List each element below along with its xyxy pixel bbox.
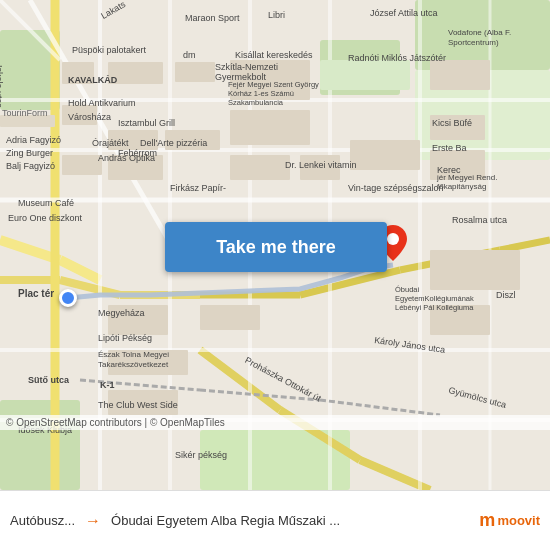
- label-vodafone: Vodafone (Alba F.: [448, 28, 511, 37]
- svg-rect-40: [175, 62, 215, 82]
- label-kisallat: Kisállat kereskedés: [235, 50, 313, 60]
- label-fejer: Fejér Megyei Szent György: [228, 80, 319, 89]
- svg-rect-46: [230, 110, 310, 145]
- label-adria: Adria Fagyizó: [6, 135, 61, 145]
- label-eszak2: Takarékszövetkezet: [98, 360, 168, 369]
- svg-point-60: [387, 233, 399, 245]
- label-isztambul: Isztambul Grill: [118, 118, 175, 128]
- label-iskola: Iskola utca: [0, 65, 4, 108]
- label-museum: Museum Café: [18, 198, 74, 208]
- label-obuda3: Lébényi Pál Kollégiuma: [395, 303, 473, 312]
- label-vodafone2: Sportcentrum): [448, 38, 499, 47]
- label-radnoti: Radnóti Miklós Játszótér: [348, 53, 446, 63]
- label-dm: dm: [183, 50, 196, 60]
- label-varoshaza: Városháza: [68, 112, 111, 122]
- arrow-icon: →: [85, 512, 101, 530]
- label-zing: Zing Burger: [6, 148, 53, 158]
- label-euro: Euro One diszkont: [8, 213, 82, 223]
- label-andras: András Optika: [98, 153, 155, 163]
- label-jer: jér Megyei Rend.: [437, 173, 497, 182]
- label-szkitla: Szkítla-Nemzeti: [215, 62, 278, 72]
- label-ora: Órajátékt: [92, 138, 129, 148]
- label-fejer2: Kórház 1-es Számú: [228, 89, 294, 98]
- from-text: Autóbusz...: [10, 513, 75, 528]
- origin-marker: [59, 289, 77, 307]
- copyright-text: © OpenStreetMap contributors | © OpenMap…: [6, 417, 225, 428]
- label-lipoti: Lipóti Pékség: [98, 333, 152, 343]
- label-obuda: Óbudai: [395, 285, 419, 294]
- label-jer2: főkapitányság: [437, 182, 486, 191]
- label-erste: Erste Ba: [432, 143, 467, 153]
- svg-rect-49: [430, 60, 490, 90]
- label-maraton: Maraon Sport: [185, 13, 240, 23]
- label-balj: Balj Fagyizó: [6, 161, 55, 171]
- svg-rect-58: [430, 250, 520, 290]
- bottom-from: Autóbusz... → Óbudai Egyetem Alba Regia …: [10, 512, 471, 530]
- bottom-bar: Autóbusz... → Óbudai Egyetem Alba Regia …: [0, 490, 550, 550]
- moovit-brand: moovit: [497, 513, 540, 528]
- svg-rect-57: [200, 305, 260, 330]
- label-fejer3: Szakambulancia: [228, 98, 283, 107]
- label-suto: Sütő utca: [28, 375, 69, 385]
- label-placter: Plac tér: [18, 288, 54, 299]
- label-firkasz: Firkász Papír-: [170, 183, 226, 193]
- svg-rect-48: [320, 60, 410, 90]
- label-club: The Club West Side: [98, 400, 178, 410]
- svg-rect-5: [0, 400, 80, 490]
- label-puspoki: Püspöki palotakert: [72, 45, 146, 55]
- label-hold: Hold Antikvarium: [68, 98, 136, 108]
- svg-rect-52: [350, 140, 420, 170]
- moovit-m-icon: m: [479, 510, 495, 531]
- label-kavalkad: KAVALKÁD: [68, 75, 117, 85]
- label-kicsi: Kicsi Büfé: [432, 118, 472, 128]
- label-jozsef: József Attila utca: [370, 8, 438, 18]
- label-k1: K-1: [100, 380, 115, 390]
- label-diszl: Diszl: [496, 290, 516, 300]
- label-eszak: Észak Tolna Megyei: [98, 350, 169, 359]
- label-megyehaza: Megyeháza: [98, 308, 145, 318]
- label-tourinform: TourinForm: [2, 108, 48, 118]
- svg-rect-47: [230, 155, 290, 180]
- map-container: Lakats Maraon Sport Libri József Attila …: [0, 0, 550, 490]
- to-text: Óbudai Egyetem Alba Regia Műszaki ...: [111, 513, 471, 528]
- copyright-bar: © OpenStreetMap contributors | © OpenMap…: [0, 415, 550, 430]
- label-rosalma: Rosalma utca: [452, 215, 507, 225]
- label-libri: Libri: [268, 10, 285, 20]
- label-obuda2: EgyetemKollégiumának: [395, 294, 474, 303]
- label-vintage: Vin-tage szépségszalon: [348, 183, 443, 193]
- moovit-logo: m moovit: [479, 510, 540, 531]
- label-siker: Sikér pékség: [175, 450, 227, 460]
- svg-rect-41: [62, 155, 102, 175]
- take-me-there-button[interactable]: Take me there: [165, 222, 387, 272]
- label-lenkei: Dr. Lenkei vitamin: [285, 160, 357, 170]
- label-dellarte: Dell'Arte pizzéria: [140, 138, 207, 148]
